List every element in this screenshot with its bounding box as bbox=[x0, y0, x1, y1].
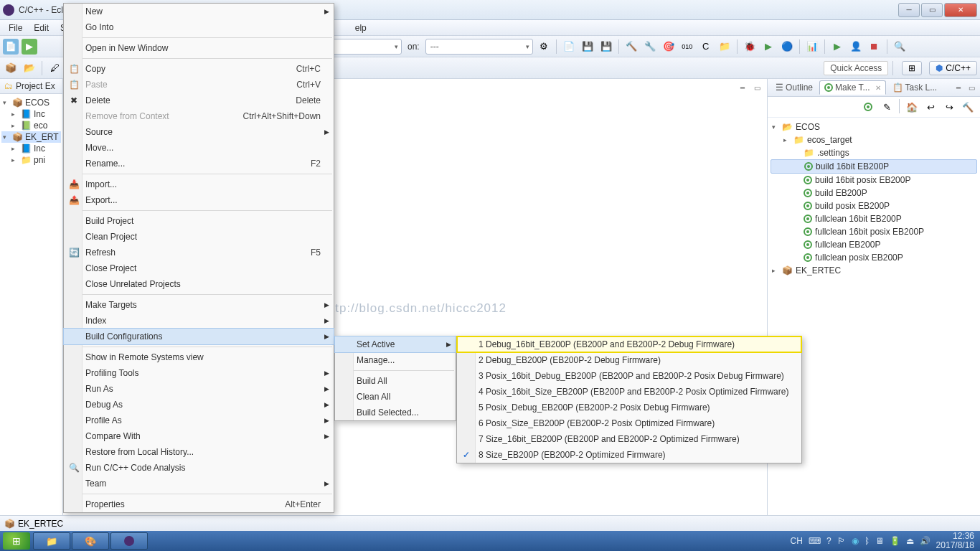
back-icon[interactable]: ↩ bbox=[923, 99, 938, 115]
wand-icon[interactable]: 🖊 bbox=[47, 60, 62, 76]
tree-item[interactable]: ▸📘Inc bbox=[1, 143, 61, 154]
make-target-item[interactable]: build posix EB200P bbox=[771, 199, 977, 212]
menu-item[interactable]: 🔄RefreshF5 bbox=[64, 245, 334, 260]
build-target-tb-icon[interactable]: 🔨 bbox=[960, 99, 976, 115]
coverage-icon[interactable]: 🔵 bbox=[779, 39, 795, 55]
tray-help-icon[interactable]: ? bbox=[826, 536, 831, 546]
open-folder-icon[interactable]: 📂 bbox=[22, 60, 37, 76]
new-button[interactable]: 📄 bbox=[3, 39, 19, 55]
minimize-button[interactable]: ─ bbox=[898, 3, 920, 17]
start-button[interactable]: ⊞ bbox=[3, 532, 30, 550]
save-icon[interactable]: 💾 bbox=[580, 39, 595, 55]
menu-item[interactable]: Open in New Window bbox=[64, 40, 334, 56]
add-target-icon[interactable] bbox=[860, 99, 876, 115]
editor-maximize-icon[interactable]: ▭ bbox=[751, 82, 763, 93]
menu-item[interactable]: Build Project bbox=[64, 213, 334, 229]
config-combo[interactable] bbox=[323, 39, 402, 55]
tab-outline[interactable]: ☰Outline bbox=[771, 80, 818, 95]
tray-volume-icon[interactable]: 🔊 bbox=[920, 536, 930, 546]
debug-icon[interactable]: 🐞 bbox=[742, 39, 758, 55]
open-perspective-button[interactable]: ⊞ bbox=[902, 61, 922, 75]
run-button[interactable]: ▶ bbox=[22, 39, 37, 55]
binary-icon[interactable]: 010 bbox=[679, 39, 695, 55]
target-combo[interactable]: --- bbox=[425, 39, 533, 55]
menu-edit[interactable]: Edit bbox=[28, 22, 55, 34]
menu-item[interactable]: Compare With▶ bbox=[64, 428, 334, 444]
forward-icon[interactable]: ↪ bbox=[941, 99, 957, 115]
tray-keyboard-icon[interactable]: ⌨ bbox=[809, 536, 821, 546]
config-item[interactable]: 4 Posix_16bit_Size_EB200P (EB200P and EB… bbox=[457, 384, 801, 400]
config-item[interactable]: 7 Size_16bit_EB200P (EB200P and EB200P-2… bbox=[457, 431, 801, 447]
make-target-item[interactable]: build 16bit posix EB200P bbox=[771, 174, 977, 187]
tree-item[interactable]: ▾📦EK_ERT bbox=[1, 131, 61, 143]
menu-item[interactable]: ✖DeleteDelete bbox=[64, 93, 334, 108]
menu-item[interactable]: Clean All bbox=[335, 389, 456, 405]
menu-item[interactable]: Manage... bbox=[335, 352, 456, 368]
tab-make-target[interactable]: Make T...✕ bbox=[819, 80, 885, 95]
new-class-icon[interactable]: C bbox=[698, 39, 714, 55]
menu-item[interactable]: 📋CopyCtrl+C bbox=[64, 61, 334, 77]
menu-item[interactable]: Build Configurations▶ bbox=[63, 328, 334, 345]
tray-battery-icon[interactable]: 🔋 bbox=[890, 536, 900, 546]
menu-item[interactable]: Set Active▶ bbox=[334, 336, 456, 353]
menu-item[interactable]: Profile As▶ bbox=[64, 413, 334, 428]
tree-item[interactable]: ▸📗eco bbox=[1, 120, 61, 131]
profiler-icon[interactable]: 📊 bbox=[804, 39, 820, 55]
maximize-button[interactable]: ▭ bbox=[921, 3, 943, 17]
close-button[interactable]: ✕ bbox=[944, 3, 977, 17]
tray-flag-icon[interactable]: 🏳 bbox=[837, 536, 846, 546]
new-folder-icon[interactable]: 📁 bbox=[717, 39, 732, 55]
quick-access-input[interactable]: Quick Access bbox=[824, 61, 888, 75]
menu-help[interactable]: elp bbox=[349, 22, 372, 34]
task-eclipse[interactable] bbox=[110, 532, 148, 550]
tree-item[interactable]: ▸📘Inc bbox=[1, 108, 61, 120]
search-icon[interactable]: 🔍 bbox=[892, 39, 908, 55]
menu-item[interactable]: Make Targets▶ bbox=[64, 297, 334, 313]
menu-item[interactable]: 🔍Run C/C++ Code Analysis bbox=[64, 460, 334, 476]
input-lang[interactable]: CH bbox=[791, 536, 803, 546]
make-target-item[interactable]: 📁.settings bbox=[771, 146, 977, 159]
menu-item[interactable]: 📥Import... bbox=[64, 176, 334, 192]
save-all-icon[interactable]: 💾 bbox=[598, 39, 614, 55]
home-icon[interactable]: 🏠 bbox=[904, 99, 920, 115]
config-item[interactable]: 1 Debug_16bit_EB200P (EB200P and EB200P-… bbox=[457, 336, 801, 352]
menu-item[interactable]: 📤Export... bbox=[64, 192, 334, 208]
menu-item[interactable]: Close Unrelated Projects bbox=[64, 276, 334, 292]
tray-app-icon[interactable]: ◉ bbox=[852, 536, 859, 546]
make-target-item[interactable]: ▾📂ECOS bbox=[771, 121, 977, 133]
menu-file[interactable]: File bbox=[3, 22, 28, 34]
external-run-icon[interactable]: ▶ bbox=[829, 39, 845, 55]
make-target-item[interactable]: fullclean EB200P bbox=[771, 238, 977, 251]
menu-item[interactable]: Close Project bbox=[64, 260, 334, 276]
menu-item[interactable]: Team▶ bbox=[64, 476, 334, 491]
tray-network-icon[interactable]: 🖥 bbox=[875, 536, 884, 546]
menu-item[interactable]: New▶ bbox=[64, 4, 334, 19]
menu-item[interactable]: Build Selected... bbox=[335, 405, 456, 420]
tray-eject-icon[interactable]: ⏏ bbox=[906, 536, 914, 546]
edit-target-icon[interactable]: ✎ bbox=[879, 99, 895, 115]
menu-item[interactable]: Restore from Local History... bbox=[64, 444, 334, 460]
menu-item[interactable]: Rename...F2 bbox=[64, 156, 334, 171]
make-target-item[interactable]: ▸📦EK_ERTEC bbox=[771, 264, 977, 277]
editor-minimize-icon[interactable]: ━ bbox=[737, 82, 748, 93]
make-target-item[interactable]: fullclean posix EB200P bbox=[771, 251, 977, 264]
gear-icon[interactable]: ⚙ bbox=[536, 39, 552, 55]
task-explorer[interactable]: 📁 bbox=[33, 532, 70, 550]
menu-item[interactable]: Profiling Tools▶ bbox=[64, 365, 334, 381]
make-target-item[interactable]: ▸📁ecos_target bbox=[771, 133, 977, 146]
config-item[interactable]: 3 Posix_16bit_Debug_EB200P (EB200P and E… bbox=[457, 368, 801, 384]
task-paint[interactable]: 🎨 bbox=[72, 532, 109, 550]
run-launch-icon[interactable]: ▶ bbox=[760, 39, 776, 55]
build-all-icon[interactable]: 🔧 bbox=[642, 39, 658, 55]
build-icon[interactable]: 🔨 bbox=[623, 39, 639, 55]
config-item[interactable]: 5 Posix_Debug_EB200P (EB200P-2 Posix Deb… bbox=[457, 400, 801, 415]
tab-task-list[interactable]: 📋Task L... bbox=[887, 80, 943, 95]
menu-item[interactable]: Go Into bbox=[64, 19, 334, 35]
stop-icon[interactable]: ⏹ bbox=[867, 39, 882, 55]
cpp-perspective-button[interactable]: ⬢C/C++ bbox=[929, 61, 977, 75]
menu-item[interactable]: Index▶ bbox=[64, 313, 334, 329]
menu-item[interactable]: Show in Remote Systems view bbox=[64, 349, 334, 365]
new-file-icon[interactable]: 📄 bbox=[561, 39, 577, 55]
panel-maximize-icon[interactable]: ▭ bbox=[966, 82, 977, 93]
make-target-item[interactable]: build EB200P bbox=[771, 187, 977, 199]
